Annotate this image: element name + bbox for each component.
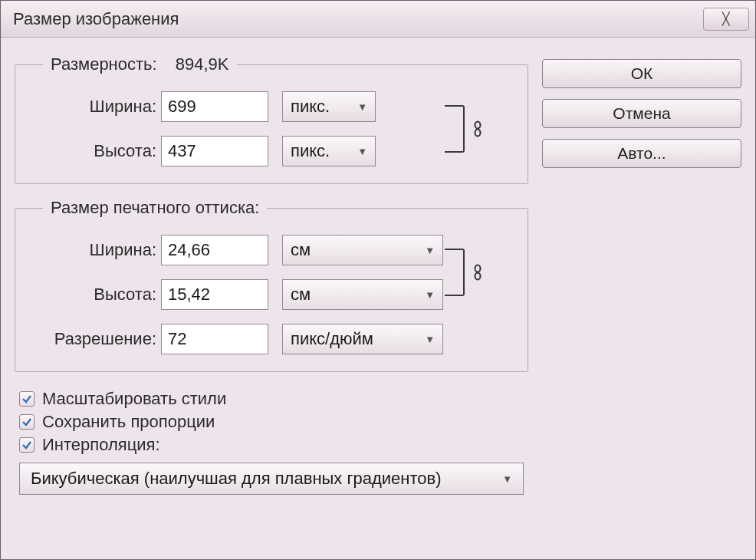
resample-checkbox[interactable] [19, 437, 35, 453]
print-size-legend: Размер печатного оттиска: [43, 198, 267, 218]
pixel-width-input[interactable] [161, 91, 268, 122]
print-height-input[interactable] [161, 279, 268, 310]
print-size-group: Размер печатного оттиска: Ширина: см ▼ В… [15, 198, 528, 372]
resample-label: Интерполяция: [42, 435, 160, 455]
pixel-dimensions-label: Размерность: [51, 54, 157, 74]
constrain-proportions-row[interactable]: Сохранить пропорции [19, 412, 528, 432]
chain-link-icon [471, 264, 485, 281]
print-width-input[interactable] [161, 235, 268, 265]
resample-method-value: Бикубическая (наилучшая для плавных град… [31, 469, 442, 489]
chevron-down-icon: ▼ [425, 334, 435, 345]
chevron-down-icon: ▼ [357, 101, 367, 113]
image-size-dialog: Размер изображения ╳ Размерность: 894,9K… [0, 0, 756, 560]
print-width-unit-value: см [291, 240, 311, 260]
resolution-unit-select[interactable]: пикс/дюйм ▼ [282, 324, 443, 354]
pixel-width-row: Ширина: пикс. ▼ [31, 91, 512, 122]
resolution-unit-value: пикс/дюйм [291, 329, 373, 349]
close-button[interactable]: ╳ [703, 8, 749, 31]
print-height-label: Высота: [31, 285, 161, 305]
print-width-row: Ширина: см ▼ [31, 235, 512, 265]
checkmark-icon [21, 440, 32, 450]
dialog-body: Размерность: 894,9K Ширина: пикс. ▼ Высо… [1, 38, 755, 559]
svg-point-2 [475, 265, 481, 272]
cancel-button[interactable]: Отмена [542, 99, 741, 128]
titlebar: Размер изображения ╳ [1, 1, 755, 38]
print-width-unit-select[interactable]: см ▼ [282, 235, 443, 265]
resolution-label: Разрешение: [31, 329, 161, 349]
window-title: Размер изображения [13, 9, 179, 29]
left-column: Размерность: 894,9K Ширина: пикс. ▼ Высо… [15, 54, 528, 542]
right-column: ОК Отмена Авто... [542, 54, 741, 542]
chevron-down-icon: ▼ [502, 473, 512, 485]
resolution-row: Разрешение: пикс/дюйм ▼ [31, 324, 512, 354]
pixel-height-unit-select[interactable]: пикс. ▼ [282, 136, 376, 166]
chevron-down-icon: ▼ [425, 289, 435, 301]
pixel-height-label: Высота: [31, 141, 161, 161]
ok-button[interactable]: ОК [542, 59, 741, 88]
resample-method-select[interactable]: Бикубическая (наилучшая для плавных град… [19, 463, 524, 495]
resolution-input[interactable] [161, 324, 268, 354]
pixel-rows: Ширина: пикс. ▼ Высота: пикс. ▼ [31, 91, 512, 166]
constrain-proportions-label: Сохранить пропорции [42, 412, 215, 432]
checkmark-icon [21, 394, 32, 404]
svg-point-0 [475, 122, 481, 129]
chevron-down-icon: ▼ [357, 146, 367, 157]
scale-styles-label: Масштабировать стили [42, 389, 226, 409]
pixel-height-unit-value: пикс. [291, 141, 330, 161]
pixel-height-row: Высота: пикс. ▼ [31, 136, 512, 166]
svg-point-1 [475, 130, 481, 137]
pixel-link-bracket [445, 105, 465, 153]
pixel-dimensions-group: Размерность: 894,9K Ширина: пикс. ▼ Высо… [15, 54, 528, 184]
resample-row[interactable]: Интерполяция: [19, 435, 528, 455]
pixel-height-input[interactable] [161, 136, 268, 166]
svg-point-3 [475, 273, 481, 280]
print-width-label: Ширина: [31, 240, 161, 260]
scale-styles-checkbox[interactable] [19, 391, 35, 407]
options-block: Масштабировать стили Сохранить пропорции… [15, 386, 528, 495]
print-height-row: Высота: см ▼ [31, 279, 512, 310]
chain-link-icon [471, 120, 485, 137]
scale-styles-row[interactable]: Масштабировать стили [19, 389, 528, 409]
pixel-width-unit-value: пикс. [291, 97, 330, 117]
pixel-width-label: Ширина: [31, 97, 161, 117]
constrain-proportions-checkbox[interactable] [19, 414, 35, 430]
auto-button[interactable]: Авто... [542, 139, 741, 168]
chevron-down-icon: ▼ [425, 245, 435, 256]
print-rows: Ширина: см ▼ Высота: см ▼ [31, 235, 512, 354]
pixel-dimensions-legend: Размерность: 894,9K [43, 54, 237, 74]
checkmark-icon [21, 417, 32, 427]
print-height-unit-value: см [291, 285, 311, 305]
close-icon: ╳ [722, 12, 730, 26]
print-link-bracket [445, 249, 465, 296]
file-size-readout: 894,9K [176, 54, 229, 74]
pixel-width-unit-select[interactable]: пикс. ▼ [282, 91, 376, 122]
print-height-unit-select[interactable]: см ▼ [282, 279, 443, 310]
